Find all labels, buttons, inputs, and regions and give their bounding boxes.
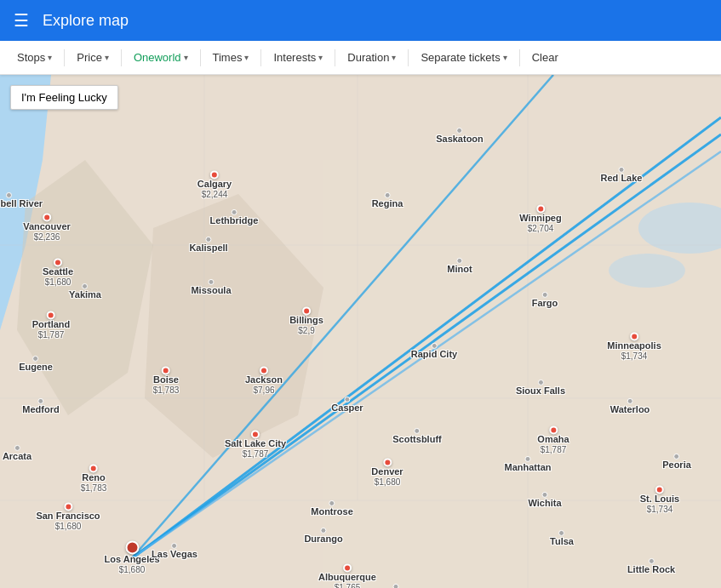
city-name: Winnipeg bbox=[519, 213, 561, 224]
city-price: $2,704 bbox=[528, 225, 554, 235]
city-dot bbox=[392, 584, 398, 588]
city-marker[interactable]: Minneapolis$1,734 bbox=[607, 332, 661, 362]
city-marker[interactable]: Portland$1,787 bbox=[32, 311, 71, 340]
city-marker[interactable]: Las Vegas bbox=[152, 543, 197, 560]
city-marker[interactable]: Red Lake bbox=[601, 167, 643, 184]
city-name: Billings bbox=[289, 315, 323, 326]
stops-filter[interactable]: Stops ▾ bbox=[10, 48, 59, 67]
city-dot bbox=[251, 430, 260, 438]
city-name: Arcata bbox=[3, 451, 31, 462]
city-marker[interactable]: Manhattan bbox=[505, 456, 552, 473]
city-name: Denver bbox=[371, 466, 403, 477]
city-dot bbox=[536, 204, 545, 213]
city-price: $2,244 bbox=[202, 191, 228, 201]
city-marker[interactable]: Boise$1,783 bbox=[153, 366, 180, 396]
map[interactable]: I'm Feeling Lucky Los Angeles$1,680Vanco… bbox=[0, 75, 721, 588]
interests-filter[interactable]: Interests ▾ bbox=[266, 48, 329, 67]
city-marker[interactable]: San Francisco$1,680 bbox=[36, 502, 100, 532]
city-marker[interactable]: Montrose bbox=[311, 500, 353, 517]
city-dot bbox=[302, 306, 311, 315]
times-arrow: ▾ bbox=[244, 53, 249, 62]
city-marker[interactable]: Little Rock bbox=[627, 558, 675, 575]
toolbar-separator-6 bbox=[408, 49, 409, 66]
city-marker[interactable]: Billings$2,9 bbox=[289, 306, 323, 336]
city-dot bbox=[206, 237, 212, 243]
city-dot bbox=[37, 398, 43, 404]
city-marker[interactable]: Wichita bbox=[528, 492, 561, 509]
city-marker[interactable]: Jackson$7,96 bbox=[245, 366, 283, 396]
city-dot bbox=[673, 454, 679, 460]
city-marker[interactable]: St. Louis$1,734 bbox=[640, 485, 679, 515]
city-marker[interactable]: Regina bbox=[372, 192, 403, 209]
city-marker[interactable]: Clovis bbox=[381, 584, 409, 588]
menu-icon[interactable]: ☰ bbox=[14, 10, 29, 31]
city-marker[interactable]: Kalispell bbox=[189, 237, 227, 254]
times-filter[interactable]: Times ▾ bbox=[206, 48, 256, 67]
city-marker[interactable]: Denver$1,680 bbox=[371, 458, 403, 488]
city-price: $1,783 bbox=[153, 386, 180, 397]
city-marker[interactable]: Arcata bbox=[3, 445, 31, 462]
city-marker[interactable]: Sioux Falls bbox=[516, 380, 565, 397]
city-name: Medford bbox=[22, 404, 59, 415]
city-marker[interactable]: Casper bbox=[331, 397, 363, 414]
city-marker[interactable]: Waterloo bbox=[610, 398, 650, 415]
city-dot bbox=[208, 279, 214, 285]
city-marker[interactable]: Durango bbox=[304, 528, 342, 545]
city-dot bbox=[210, 170, 219, 179]
city-price: $1,680 bbox=[45, 278, 72, 288]
city-dot bbox=[43, 213, 51, 221]
city-marker[interactable]: Missoula bbox=[191, 279, 231, 296]
city-marker[interactable]: Eugene bbox=[19, 356, 53, 373]
city-name: Little Rock bbox=[627, 564, 675, 575]
city-marker[interactable]: Vancouver$2,236 bbox=[23, 213, 71, 243]
city-marker[interactable]: Minot bbox=[447, 258, 472, 275]
city-dot bbox=[47, 311, 55, 319]
price-filter[interactable]: Price ▾ bbox=[70, 48, 116, 67]
city-dot bbox=[537, 380, 543, 385]
city-dot bbox=[32, 356, 38, 362]
city-marker[interactable]: Tulsa bbox=[550, 530, 574, 547]
city-price: $1,787 bbox=[38, 331, 65, 341]
city-marker[interactable]: Lethbridge bbox=[210, 209, 259, 226]
duration-filter[interactable]: Duration ▾ bbox=[340, 48, 403, 67]
toolbar-separator-2 bbox=[121, 49, 122, 66]
oneworld-filter[interactable]: Oneworld ▾ bbox=[127, 48, 195, 67]
toolbar-separator-4 bbox=[260, 49, 261, 66]
city-marker[interactable]: Fargo bbox=[532, 292, 558, 309]
city-name: Regina bbox=[372, 198, 403, 209]
city-dot bbox=[162, 366, 170, 374]
city-dot bbox=[549, 425, 558, 434]
separate-tickets-filter[interactable]: Separate tickets ▾ bbox=[414, 48, 513, 67]
city-marker[interactable]: Calgary$2,244 bbox=[197, 170, 232, 200]
city-name: Fargo bbox=[532, 298, 558, 309]
city-price: $1,765 bbox=[335, 584, 361, 588]
city-dot bbox=[232, 209, 237, 215]
city-marker[interactable]: Winnipeg$2,704 bbox=[519, 204, 561, 234]
city-marker[interactable]: Medford bbox=[22, 398, 59, 415]
city-marker[interactable]: Saskatoon bbox=[436, 128, 484, 145]
city-dot bbox=[414, 428, 420, 434]
city-marker[interactable]: Scottsbluff bbox=[392, 428, 441, 445]
clear-button[interactable]: Clear bbox=[525, 48, 565, 67]
city-dot bbox=[125, 540, 139, 554]
city-marker[interactable]: Rapid City bbox=[411, 343, 457, 360]
city-name: Eugene bbox=[19, 362, 53, 373]
city-price: $1,787 bbox=[243, 450, 269, 460]
city-name: Minot bbox=[447, 264, 472, 275]
toolbar-separator-1 bbox=[64, 49, 65, 66]
app-title: Explore map bbox=[43, 12, 129, 30]
city-marker[interactable]: Omaha$1,787 bbox=[537, 425, 569, 455]
city-name: Casper bbox=[331, 402, 363, 414]
city-name: San Francisco bbox=[36, 511, 100, 522]
feeling-lucky-button[interactable]: I'm Feeling Lucky bbox=[10, 85, 118, 110]
city-marker[interactable]: Albuquerque$1,765 bbox=[318, 563, 376, 588]
city-name: Wichita bbox=[528, 498, 561, 509]
city-dot bbox=[558, 530, 564, 536]
city-marker[interactable]: Reno$1,783 bbox=[81, 464, 107, 494]
city-marker[interactable]: Peoria bbox=[662, 454, 691, 471]
city-marker[interactable]: Salt Lake City$1,787 bbox=[225, 430, 286, 460]
city-marker[interactable]: Campbell River bbox=[0, 192, 43, 209]
city-marker[interactable]: Yakima bbox=[69, 283, 101, 300]
city-dot bbox=[329, 500, 335, 506]
city-dot bbox=[260, 366, 268, 374]
